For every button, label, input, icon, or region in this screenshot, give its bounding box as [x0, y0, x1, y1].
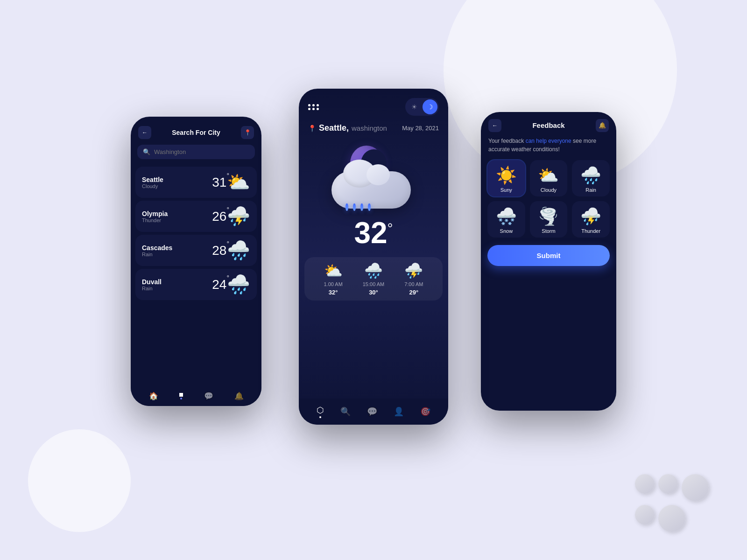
feedback-header: ← Feedback 🔔 — [481, 112, 616, 133]
city-card-seattle[interactable]: Seattle Cloudy 31° ⛅ — [135, 167, 257, 198]
city-temp-cascades: 28° — [212, 243, 229, 258]
weather-3d-illustration — [331, 143, 416, 213]
bg-ball-2 — [658, 474, 678, 494]
nav-home-icon-main: ⬡ — [317, 405, 324, 415]
location-pin-icon: 📍 — [308, 125, 316, 132]
city-temp-duvall: 24° — [212, 277, 229, 292]
main-state-name: washington — [352, 124, 387, 132]
temp-degree: ° — [388, 220, 393, 236]
city-temp-olympia: 26° — [212, 209, 229, 224]
city-name-cascades: Cascades — [142, 244, 212, 252]
dot-1 — [308, 104, 310, 106]
cloud-main — [331, 171, 411, 209]
option-rain[interactable]: 🌧️ Rain — [572, 160, 610, 196]
bg-ball-4 — [635, 505, 655, 525]
option-cloudy[interactable]: ⛅ Cloudy — [530, 160, 568, 196]
rain-drop-1 — [345, 203, 348, 211]
location-row: 📍 Seattle, washington May 28, 2021 — [299, 120, 448, 139]
nav-search-icon[interactable]: 🔍 — [340, 406, 351, 417]
city-info-duvall: Duvall Rain — [142, 278, 212, 291]
search-bar[interactable]: 🔍 — [137, 145, 255, 159]
thunder-icon: ⛈️ — [580, 207, 601, 226]
city-condition-cascades: Rain — [142, 252, 212, 257]
rain-icon: 🌧️ — [580, 166, 601, 185]
rain-drop-3 — [360, 203, 363, 211]
option-label-cloudy: Cloudy — [541, 187, 557, 193]
city-icon-olympia: ⛈️ — [227, 205, 250, 227]
option-thunder[interactable]: ⛈️ Thunder — [572, 201, 610, 238]
hourly-forecast: ⛅ 1.00 AM 32° 🌧️ 15:00 AM 30° ⛈️ 7:00 AM… — [304, 257, 443, 301]
search-back-button[interactable]: ← — [138, 126, 151, 139]
nav-profile-icon[interactable]: 👤 — [394, 406, 404, 417]
hour-item-3: ⛈️ 7:00 AM 29° — [404, 262, 423, 296]
main-weather-phone: ☀ ☽ 📍 Seattle, washington May 28, 2021 — [299, 89, 448, 425]
hour-icon-1: ⛅ — [324, 262, 343, 280]
rain-drop-2 — [353, 203, 356, 211]
dark-theme-button[interactable]: ☽ — [423, 99, 437, 114]
nav-chat-icon[interactable]: 💬 — [204, 392, 213, 400]
light-theme-button[interactable]: ☀ — [407, 99, 422, 114]
option-sunny[interactable]: ☀️ Suny — [487, 160, 525, 196]
nav-bell-icon[interactable]: 🔔 — [234, 392, 244, 400]
main-temperature: 32° — [354, 216, 393, 250]
feedback-text-plain: Your feedback — [488, 138, 526, 144]
main-top-bar: ☀ ☽ — [299, 89, 448, 120]
city-icon-seattle: ⛅ — [227, 171, 250, 193]
location-name: 📍 Seattle, washington — [308, 123, 387, 133]
background-balls — [635, 474, 710, 532]
hour-time-1: 1.00 AM — [324, 281, 342, 287]
search-title: Search For City — [151, 129, 241, 136]
dots-menu[interactable] — [308, 104, 319, 110]
nav-message-icon[interactable]: 💬 — [367, 406, 377, 417]
rain-drop-4 — [368, 203, 371, 211]
nav-home-icon[interactable]: 🏠 — [149, 392, 158, 400]
temperature-display: 32° — [299, 218, 448, 248]
city-card-cascades[interactable]: Cascades Rain 28° 🌧️ — [135, 235, 257, 266]
hour-item-2: 🌧️ 15:00 AM 30° — [363, 262, 384, 296]
option-storm[interactable]: 🌪️ Storm — [530, 201, 568, 238]
storm-icon: 🌪️ — [538, 207, 559, 226]
dot-6 — [317, 108, 319, 110]
notification-button[interactable]: 🔔 — [596, 119, 609, 132]
nav-active-dot — [319, 416, 321, 418]
nav-circle-item[interactable] — [179, 393, 183, 399]
sunny-icon: ☀️ — [496, 166, 517, 185]
feedback-text-highlight: can help everyone — [526, 138, 571, 144]
weather-options-grid: ☀️ Suny ⛅ Cloudy 🌧️ Rain 🌨️ Snow 🌪️ Stor… — [481, 160, 616, 238]
submit-button[interactable]: Submit — [487, 245, 610, 266]
option-label-rain: Rain — [585, 187, 596, 193]
city-condition-duvall: Rain — [142, 286, 212, 291]
snow-icon: 🌨️ — [496, 207, 517, 226]
main-date: May 28, 2021 — [402, 125, 439, 132]
main-phone-bottom-nav: ⬡ 🔍 💬 👤 🎯 — [299, 399, 448, 425]
city-temp-seattle: 31° — [212, 175, 229, 190]
location-button[interactable]: 📍 — [241, 126, 254, 139]
city-card-duvall[interactable]: Duvall Rain 24° 🌧️ — [135, 269, 257, 300]
city-name-seattle: Seattle — [142, 176, 212, 183]
hour-temp-3: 29° — [409, 289, 418, 296]
bg-ball-3 — [682, 474, 709, 501]
dot-5 — [312, 108, 315, 110]
hour-item-1: ⛅ 1.00 AM 32° — [324, 262, 342, 296]
option-snow[interactable]: 🌨️ Snow — [487, 201, 525, 238]
search-input[interactable] — [154, 148, 249, 155]
hour-icon-3: ⛈️ — [404, 262, 423, 280]
dot-4 — [308, 108, 310, 110]
search-icon: 🔍 — [143, 148, 150, 155]
city-card-olympia[interactable]: Olympia Thunder 26° ⛈️ — [135, 201, 257, 232]
cloudy-icon: ⛅ — [538, 166, 559, 185]
city-condition-seattle: Cloudy — [142, 183, 212, 189]
hour-temp-2: 30° — [369, 289, 378, 296]
hour-icon-2: 🌧️ — [364, 262, 383, 280]
city-info-cascades: Cascades Rain — [142, 244, 212, 257]
city-info-olympia: Olympia Thunder — [142, 210, 212, 223]
feedback-back-button[interactable]: ← — [488, 119, 501, 132]
search-phone-bottom-nav: 🏠 💬 🔔 — [131, 386, 261, 406]
nav-main-home[interactable]: ⬡ — [317, 405, 324, 418]
feedback-title: Feedback — [532, 121, 564, 129]
theme-toggle[interactable]: ☀ ☽ — [405, 98, 439, 116]
nav-active-indicator — [180, 398, 182, 399]
feedback-phone: ← Feedback 🔔 Your feedback can help ever… — [481, 112, 616, 411]
nav-target-icon[interactable]: 🎯 — [420, 406, 430, 417]
dot-2 — [312, 104, 315, 106]
